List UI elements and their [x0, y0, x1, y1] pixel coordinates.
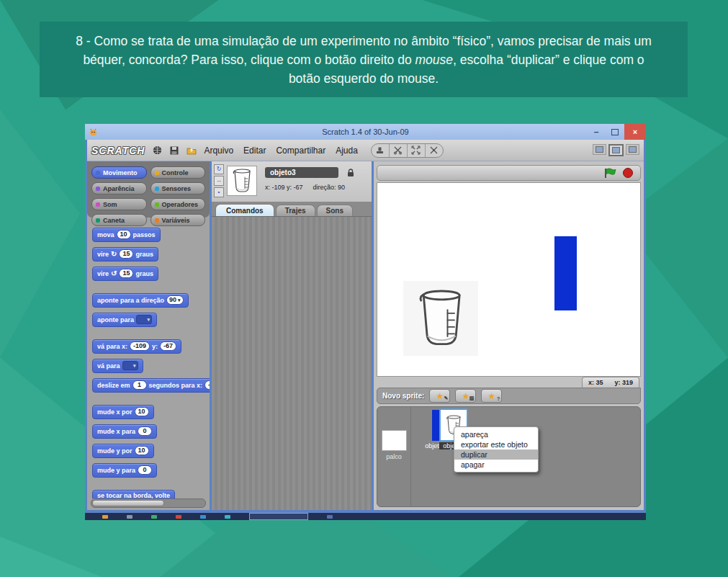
windows-taskbar[interactable] — [85, 513, 646, 520]
palette-row: deslize em1segundos para x:-109 — [92, 378, 210, 393]
scratch-block[interactable]: vire↺15graus — [92, 267, 158, 281]
scratch-block[interactable]: se tocar na borda, volte — [92, 490, 175, 498]
objeto2-thumbnail — [432, 410, 439, 441]
surprise-sprite-button[interactable]: ★? — [481, 389, 502, 403]
category-aparência[interactable]: Aparência — [91, 182, 147, 194]
context-menu-item-duplicar[interactable]: duplicar — [454, 449, 538, 460]
block-dropdown[interactable]: ▾ — [122, 361, 138, 370]
shrink-sprite-icon[interactable] — [426, 144, 443, 157]
block-text: mude x para — [97, 428, 135, 435]
window-body: SCRATCH ArquivoEditarCompartilharAjuda M… — [85, 140, 646, 513]
dropdown-caret-icon: ▾ — [148, 317, 150, 323]
paint-new-sprite-button[interactable]: ★✎ — [429, 389, 450, 403]
block-input[interactable]: 15 — [119, 249, 133, 259]
category-controle[interactable]: Controle — [150, 166, 206, 179]
delete-scissors-icon[interactable] — [390, 144, 408, 157]
taskbar-active-window[interactable] — [249, 513, 308, 520]
scratch-block[interactable]: mude y para0 — [92, 463, 157, 478]
block-input[interactable]: 0 — [138, 426, 152, 436]
block-input[interactable]: -67 — [160, 341, 176, 351]
scratch-block[interactable]: mude x por10 — [92, 405, 154, 419]
green-flag-icon[interactable] — [604, 168, 616, 179]
tab-sons[interactable]: Sons — [317, 205, 353, 216]
sprite-direction: direção: 90 — [313, 184, 346, 191]
open-sprite-file-button[interactable]: ★▨ — [455, 389, 476, 403]
lock-icon[interactable] — [347, 167, 354, 180]
stop-sign-icon[interactable] — [623, 168, 633, 178]
stage-thumbnail[interactable] — [382, 430, 407, 451]
block-input[interactable]: -109 — [205, 380, 210, 390]
block-input[interactable]: 10 — [135, 446, 149, 455]
context-menu-item-apareça[interactable]: apareça — [454, 429, 538, 439]
menu-compartilhar[interactable]: Compartilhar — [276, 146, 325, 156]
context-menu-item-apagar[interactable]: apagar — [454, 460, 538, 470]
duplicate-stamp-icon[interactable] — [372, 144, 390, 157]
rotate-full-icon[interactable]: ↻ — [214, 164, 224, 174]
open-share-folder-icon[interactable] — [187, 146, 197, 156]
category-movimento[interactable]: Movimento — [91, 166, 147, 179]
language-globe-icon[interactable] — [152, 146, 162, 156]
grow-sprite-icon[interactable] — [408, 144, 426, 157]
block-input[interactable]: 15 — [119, 269, 133, 278]
taskbar-icon[interactable] — [127, 515, 132, 519]
block-palette: mova10passosvire↻15grausvire↺15grausapon… — [87, 220, 210, 498]
sprite-blue-rectangle[interactable] — [554, 236, 577, 310]
scratch-block[interactable]: deslize em1segundos para x:-109 — [92, 378, 210, 393]
category-sensores[interactable]: Sensores — [150, 182, 206, 194]
presentation-mode-button[interactable] — [626, 144, 639, 155]
scratch-block[interactable]: vire↻15graus — [92, 247, 158, 261]
rotate-flip-icon[interactable]: ↔ — [214, 176, 224, 186]
normal-stage-view-button[interactable] — [608, 144, 624, 156]
scratch-block[interactable]: vá para▾ — [92, 359, 143, 373]
tab-comandos[interactable]: Comandos — [215, 204, 274, 216]
rotate-ccw-icon: ↺ — [111, 270, 117, 277]
menu-arquivo[interactable]: Arquivo — [204, 146, 233, 156]
scrollbar-thumb[interactable] — [92, 500, 164, 506]
block-text: se tocar na borda, volte — [97, 492, 170, 498]
scratch-block[interactable]: vá para x:-109y:-67 — [92, 339, 181, 354]
sprite-beaker[interactable] — [403, 281, 478, 356]
small-stage-view-button[interactable] — [593, 144, 606, 155]
taskbar-icon[interactable] — [200, 515, 206, 519]
tab-trajes[interactable]: Trajes — [276, 205, 315, 216]
taskbar-icon[interactable] — [176, 515, 181, 519]
rotate-none-icon[interactable]: • — [214, 187, 224, 197]
category-color-dot — [96, 171, 100, 175]
scratch-block[interactable]: aponte para▾ — [92, 313, 157, 327]
block-text: aponte para — [97, 316, 134, 323]
palette-row: vire↻15graus — [92, 247, 210, 261]
menu-ajuda[interactable]: Ajuda — [336, 146, 358, 156]
palette-hscrollbar[interactable] — [91, 498, 206, 508]
block-input[interactable]: 0 — [138, 465, 152, 475]
mouse-x: x: 35 — [588, 379, 603, 386]
block-input[interactable]: -109 — [130, 341, 150, 351]
category-operadores[interactable]: Operadores — [150, 198, 206, 210]
save-project-icon[interactable] — [169, 146, 179, 156]
taskbar-icon[interactable] — [225, 515, 230, 519]
taskbar-icon[interactable] — [151, 515, 157, 519]
stage-panel: x: 35 y: 319 Novo sprite: ★✎ ★▨ ★? palc — [374, 161, 644, 510]
block-dropdown[interactable]: ▾ — [136, 315, 152, 324]
block-input[interactable]: 1 — [132, 380, 147, 390]
taskbar-icon[interactable] — [102, 515, 108, 519]
scratch-block[interactable]: mude y por10 — [92, 444, 154, 458]
category-som[interactable]: Som — [91, 198, 147, 210]
scratch-window: Scratch 1.4 of 30-Jun-09 – × SCRATCH Arq — [85, 124, 646, 520]
scratch-block[interactable]: mova10passos — [92, 228, 161, 242]
block-input[interactable]: 10 — [117, 230, 131, 239]
stage[interactable] — [377, 182, 641, 377]
sprite-info-header: ↻ ↔ • objeto3 x: -109 y: -67 — [212, 161, 372, 202]
block-text: mude y para — [97, 467, 135, 474]
context-menu-item-exportar[interactable]: exportar este objeto — [454, 439, 538, 449]
block-dropdown[interactable]: 90▾ — [166, 295, 184, 305]
category-selector: MovimentoControleAparênciaSensoresSomOpe… — [87, 161, 210, 218]
menu-editar[interactable]: Editar — [243, 146, 266, 156]
sprite-name-field[interactable]: objeto3 — [265, 167, 338, 178]
scratch-block[interactable]: mude x para0 — [92, 424, 157, 439]
taskbar-icon[interactable] — [327, 515, 333, 519]
mouse-readout: x: 35 y: 319 — [582, 377, 639, 388]
scratch-block[interactable]: aponte para a direção90▾ — [92, 293, 189, 308]
block-input[interactable]: 10 — [135, 407, 149, 416]
palette-row: se tocar na borda, volte — [92, 490, 210, 498]
scripts-area[interactable] — [212, 216, 372, 510]
